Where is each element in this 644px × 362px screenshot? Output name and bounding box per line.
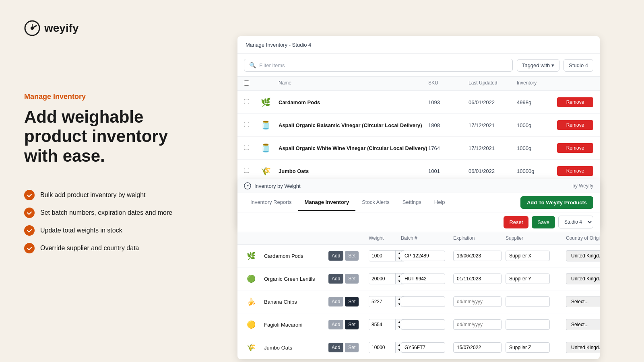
add-set-btns-3: Add Set: [328, 320, 369, 329]
expiration-input-0[interactable]: [453, 251, 502, 261]
remove-btn-1[interactable]: Remove: [557, 120, 593, 130]
set-btn-1[interactable]: Set: [345, 274, 359, 284]
feature-text-2: Set batch numbers, expiration dates and …: [40, 209, 172, 216]
add-to-weyify-button[interactable]: Add To Weyify Products: [520, 196, 593, 209]
supplier-input-1[interactable]: [506, 274, 550, 284]
set-btn-0[interactable]: Set: [345, 251, 359, 261]
add-btn-4[interactable]: Add: [328, 343, 343, 352]
form-product-name-4: Jumbo Oats: [264, 345, 328, 351]
form-row: 🟡 Fagioli Macaroni Add Set ▲ ▼ Select...: [237, 313, 600, 336]
country-select-4[interactable]: United Kingd...: [566, 342, 600, 353]
form-product-img-4: 🌾: [244, 340, 258, 355]
inv-3: 10000g: [517, 168, 557, 174]
weyify-bar-left: Inventory by Weight: [244, 182, 301, 189]
add-btn-0[interactable]: Add: [328, 251, 343, 261]
feature-text-4: Override supplier and country data: [40, 245, 139, 252]
remove-btn-3[interactable]: Remove: [557, 166, 593, 176]
supplier-input-0[interactable]: [506, 251, 550, 261]
col-last-updated: Last Updated: [469, 80, 517, 87]
tab-manage-inventory[interactable]: Manage Inventory: [298, 194, 356, 211]
add-set-btns-0: Add Set: [328, 251, 369, 261]
remove-btn-2[interactable]: Remove: [557, 143, 593, 153]
feature-item-1: Bulk add product inventory by weight: [24, 190, 201, 200]
add-btn-3[interactable]: Add: [328, 320, 343, 329]
weight-input-3[interactable]: ▲ ▼: [369, 319, 405, 330]
right-panel: Manage Inventory - Studio 4 🔍 Filter ite…: [225, 0, 644, 362]
sku-2: 1764: [428, 145, 469, 151]
expiration-input-3[interactable]: [453, 319, 502, 330]
batch-input-3[interactable]: [401, 319, 445, 330]
batch-input-1[interactable]: [401, 274, 445, 284]
remove-btn-0[interactable]: Remove: [557, 97, 593, 107]
form-row: 🍌 Banana Chips Add Set ▲ ▼ Select...: [237, 290, 600, 313]
set-btn-3[interactable]: Set: [345, 320, 359, 329]
form-product-name-1: Organic Green Lentils: [264, 276, 328, 282]
feature-item-3: Update total weights in stock: [24, 225, 201, 236]
weight-input-0[interactable]: ▲ ▼: [369, 250, 405, 261]
set-btn-4[interactable]: Set: [345, 343, 359, 352]
country-select-3[interactable]: Select...: [566, 319, 600, 330]
tagged-with-button[interactable]: Tagged with ▾: [517, 59, 559, 72]
country-select-0[interactable]: United Kingd...: [566, 250, 600, 261]
save-button[interactable]: Save: [532, 216, 555, 228]
weight-input-2[interactable]: ▲ ▼: [369, 296, 405, 307]
supplier-input-2[interactable]: [506, 296, 550, 307]
weight-field-2[interactable]: [369, 297, 395, 306]
feature-list: Bulk add product inventory by weight Set…: [24, 190, 201, 253]
expiration-input-4[interactable]: [453, 342, 502, 353]
col-supplier: Supplier: [506, 235, 566, 241]
search-box[interactable]: 🔍 Filter items: [244, 59, 513, 72]
weight-field-1[interactable]: [369, 274, 395, 284]
tab-settings[interactable]: Settings: [396, 194, 428, 211]
weight-input-1[interactable]: ▲ ▼: [369, 273, 405, 284]
col-expiration: Expiration: [453, 235, 506, 241]
tab-help[interactable]: Help: [428, 194, 452, 211]
form-product-name-0: Cardamom Pods: [264, 253, 328, 259]
tab-inventory-reports[interactable]: Inventory Reports: [244, 194, 298, 211]
supplier-input-3[interactable]: [506, 319, 550, 330]
weight-input-4[interactable]: ▲ ▼: [369, 342, 405, 353]
batch-input-2[interactable]: [401, 296, 445, 307]
feature-text-1: Bulk add product inventory by weight: [40, 191, 145, 199]
product-name-2: Aspall Organic White Wine Vinegar (Circu…: [279, 145, 428, 151]
add-set-btns-2: Add Set: [328, 297, 369, 306]
product-thumb-2: 🫙: [258, 141, 273, 155]
form-product-name-2: Banana Chips: [264, 299, 328, 305]
tab-stock-alerts[interactable]: Stock Alerts: [355, 194, 396, 211]
bottom-screenshot: Inventory by Weight by Weyify Inventory …: [237, 179, 600, 359]
add-btn-2[interactable]: Add: [328, 297, 343, 306]
check-icon-1: [24, 190, 35, 200]
hero-text: Add weighable product inventory with eas…: [24, 107, 201, 166]
batch-input-0[interactable]: [401, 251, 445, 261]
reset-button[interactable]: Reset: [504, 216, 528, 228]
row-checkbox-2[interactable]: [244, 145, 249, 150]
country-select-2[interactable]: Select...: [566, 296, 600, 307]
form-table-body: 🌿 Cardamom Pods Add Set ▲ ▼ United Kingd…: [237, 245, 600, 359]
form-row: 🌾 Jumbo Oats Add Set ▲ ▼ United Kingd...: [237, 336, 600, 359]
weight-field-4[interactable]: [369, 343, 395, 352]
weyify-small-logo: [244, 182, 251, 189]
weyify-bar: Inventory by Weight by Weyify: [237, 179, 600, 193]
date-2: 17/12/2021: [469, 145, 517, 151]
weight-field-3[interactable]: [369, 320, 395, 329]
select-all-checkbox[interactable]: [244, 80, 249, 86]
table-row: 🫙 Aspall Organic White Wine Vinegar (Cir…: [237, 137, 600, 160]
product-name-1: Aspall Organic Balsamic Vinegar (Circula…: [279, 122, 428, 128]
add-btn-1[interactable]: Add: [328, 274, 343, 284]
expiration-input-2[interactable]: [453, 296, 502, 307]
logo-area: weyify: [24, 20, 201, 36]
search-icon: 🔍: [249, 62, 256, 68]
country-select-1[interactable]: United Kingd...: [566, 273, 600, 284]
supplier-input-4[interactable]: [506, 342, 550, 353]
row-checkbox-0[interactable]: [244, 99, 249, 104]
product-thumb-3: 🌾: [258, 164, 273, 178]
weight-field-0[interactable]: [369, 251, 395, 261]
expiration-input-1[interactable]: [453, 274, 502, 284]
studio-select[interactable]: Studio 4: [558, 216, 593, 228]
row-checkbox-1[interactable]: [244, 122, 249, 127]
batch-input-4[interactable]: [401, 342, 445, 353]
set-btn-2[interactable]: Set: [345, 297, 359, 306]
form-product-img-2: 🍌: [244, 294, 258, 309]
row-checkbox-3[interactable]: [244, 168, 249, 173]
table-row: 🌿 Cardamom Pods 1093 06/01/2022 4998g Re…: [237, 91, 600, 114]
